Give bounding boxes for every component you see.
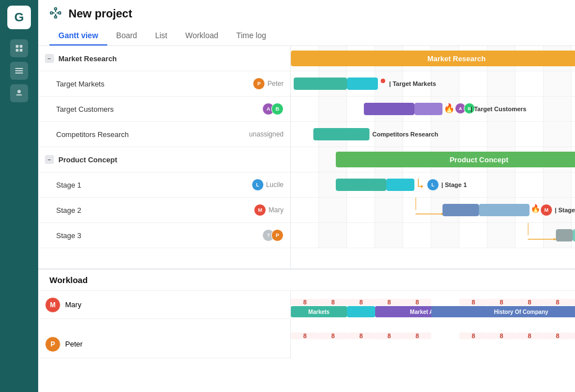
bar-target-markets-cyan	[347, 78, 378, 90]
connector-stage2	[416, 198, 416, 210]
avatar-mary: M	[254, 204, 266, 216]
tab-gantt[interactable]: Gantt view	[49, 26, 107, 45]
task-row-stage1[interactable]: Stage 1 L Lucile	[38, 172, 290, 198]
mary-num-10: 8	[544, 299, 572, 306]
tab-list[interactable]: List	[146, 26, 176, 45]
peter-numbers-row: 8 8 8 8 8 8 8 8 8 8	[291, 322, 575, 336]
task-name-stage1: Stage 1	[56, 181, 252, 189]
bar-stage2-dark	[442, 204, 479, 216]
assignee-name-peter: Peter	[267, 80, 284, 88]
mary-num-1: 8	[291, 299, 319, 306]
avatar-mary-bar: M	[540, 204, 553, 216]
tab-timelog[interactable]: Time log	[227, 26, 275, 45]
main-content: New project Gantt view Board List Worklo…	[38, 0, 575, 392]
task-row-stage2[interactable]: Stage 2 M Mary	[38, 198, 290, 223]
peter-num-3: 8	[347, 332, 375, 339]
peter-num-10: 8	[544, 332, 572, 339]
assignee-name-lucile: Lucile	[266, 181, 284, 189]
bar-stage1-teal	[336, 179, 386, 191]
mary-bars-row: Markets Market Analysis History Of Compa…	[291, 306, 575, 322]
group-name-market-research: Market Research	[58, 54, 284, 63]
group-header-product-concept[interactable]: − Product Concept	[38, 147, 290, 172]
svg-rect-10	[51, 12, 53, 14]
flag-stage2: 🔥	[531, 204, 540, 213]
assignee-name-mary: Mary	[268, 206, 284, 214]
mary-numbers-row: 8 8 8 8 8 8 8 8 8 8	[291, 291, 575, 305]
bar-competitors-label: Competitors Research	[372, 128, 462, 140]
assignee-competitors: unassigned	[249, 130, 284, 138]
tab-board[interactable]: Board	[107, 26, 146, 45]
svg-rect-9	[54, 8, 57, 10]
peter-num-5: 8	[403, 332, 431, 339]
mary-num-11: 8	[572, 299, 575, 306]
expand-icon-market-research[interactable]: −	[45, 54, 54, 63]
sidebar-icon-1[interactable]	[10, 39, 28, 57]
bar-target-customers-label: | Target Customers	[471, 103, 560, 115]
gantt-row-target-customers: 🔥 A B | Target Customers	[291, 97, 575, 122]
header-top: New project	[49, 7, 564, 21]
connector-stage3	[528, 223, 528, 235]
bar-stage2-label: | Stage 2	[555, 204, 575, 216]
task-row-competitors[interactable]: Competitors Research unassigned	[38, 122, 290, 147]
bar-stage1-label: | Stage 1	[441, 179, 498, 191]
svg-rect-3	[20, 49, 22, 52]
assignee-target-markets: P Peter	[253, 78, 284, 90]
gantt-wrapper: − Market Research Target Markets P Peter…	[38, 46, 575, 268]
svg-rect-0	[16, 45, 19, 48]
avatar-lucile-bar: L	[427, 179, 439, 191]
assignee-stage2: M Mary	[254, 204, 284, 216]
svg-rect-5	[15, 70, 23, 71]
workload-body: M Mary P Peter 8 8	[38, 291, 575, 358]
content-area: − Market Research Target Markets P Peter…	[38, 46, 575, 392]
gantt-left-panel: − Market Research Target Markets P Peter…	[38, 46, 291, 268]
assignee-stage1: L Lucile	[252, 179, 284, 191]
sidebar: G	[0, 0, 38, 392]
sidebar-icon-3[interactable]	[10, 84, 28, 102]
task-name-target-markets: Target Markets	[56, 80, 253, 88]
logo-letter: G	[14, 10, 24, 25]
avatar-peter-wl: P	[45, 336, 61, 352]
bar-stage3-teal	[573, 229, 575, 241]
svg-rect-8	[16, 94, 22, 95]
avatar-group-customers: A B	[262, 103, 284, 115]
project-icon	[49, 7, 62, 21]
task-row-target-customers[interactable]: Target Customers A B	[38, 97, 290, 122]
header: New project Gantt view Board List Worklo…	[38, 0, 575, 46]
mary-num-2: 8	[319, 299, 347, 306]
workload-header: Workload	[38, 270, 575, 291]
workload-left-panel: M Mary P Peter	[38, 291, 291, 358]
gantt-right-panel[interactable]: Market Research | Target Markets	[291, 46, 575, 268]
bar-stage1-cyan	[386, 179, 414, 191]
bar-target-markets-teal	[294, 78, 347, 90]
group-header-market-research[interactable]: − Market Research	[38, 46, 290, 71]
bar-market-research: Market Research	[291, 51, 575, 66]
avatar-c2: B	[271, 103, 284, 115]
gantt-row-stage2: 🔥 M | Stage 2	[291, 198, 575, 223]
milestone-target-markets	[380, 78, 386, 84]
workload-row-peter[interactable]: P Peter	[38, 330, 290, 358]
wl-bar-teal2	[347, 306, 375, 317]
svg-rect-4	[15, 68, 23, 69]
sidebar-icon-2[interactable]	[10, 62, 28, 80]
app-logo[interactable]: G	[7, 6, 31, 29]
task-name-stage2: Stage 2	[56, 206, 254, 215]
workload-title: Workload	[49, 275, 88, 285]
group-name-product-concept: Product Concept	[58, 156, 284, 164]
avatar-group-stage3: ? P	[262, 229, 284, 241]
bar-stage3	[556, 229, 573, 241]
task-row-stage3[interactable]: Stage 3 ? P	[38, 223, 290, 248]
task-name-stage3: Stage 3	[56, 231, 262, 240]
wl-bar-history: History Of Company	[431, 306, 575, 317]
tab-workload[interactable]: Workload	[176, 26, 227, 45]
project-title: New project	[69, 7, 132, 20]
expand-icon-product-concept[interactable]: −	[45, 155, 54, 164]
task-row-target-markets[interactable]: Target Markets P Peter	[38, 71, 290, 97]
peter-num-11: 8	[572, 332, 575, 339]
workload-row-mary[interactable]: M Mary	[38, 291, 290, 319]
gantt-grid: Market Research | Target Markets	[291, 46, 575, 248]
svg-rect-12	[54, 16, 57, 19]
assignee-target-customers: A B	[262, 103, 284, 115]
avatar-lucile: L	[252, 179, 264, 191]
peter-num-1: 8	[291, 332, 319, 339]
nav-tabs: Gantt view Board List Workload Time log	[49, 26, 564, 45]
